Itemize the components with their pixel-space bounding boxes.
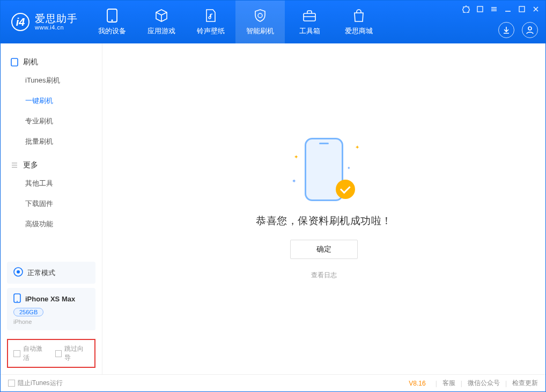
nav-ringtones[interactable]: 铃声壁纸 [186, 1, 235, 43]
sidebar-item-download-firmware[interactable]: 下载固件 [25, 194, 102, 214]
view-log-link[interactable]: 查看日志 [311, 271, 337, 280]
nav-apps[interactable]: 应用游戏 [137, 1, 186, 43]
user-icon[interactable] [522, 22, 538, 38]
phone-icon [105, 8, 120, 23]
body: 刷机 iTunes刷机 一键刷机 专业刷机 批量刷机 更多 其他工具 下载固件 … [1, 43, 545, 374]
svg-rect-6 [11, 58, 18, 66]
footer: 阻止iTunes运行 V8.16 | 客服 | 微信公众号 | 检查更新 [1, 374, 545, 391]
version-label: V8.16 [409, 380, 425, 387]
nav-toolbox[interactable]: 工具箱 [285, 1, 334, 43]
checkbox-icon [13, 350, 20, 357]
phone-small-icon [13, 293, 21, 305]
svg-point-8 [17, 270, 20, 273]
footer-links: | 客服 | 微信公众号 | 检查更新 [436, 379, 538, 388]
options-highlight-box: 自动激活 跳过向导 [7, 339, 95, 368]
sidebar-item-itunes-flash[interactable]: iTunes刷机 [25, 70, 102, 91]
nav-my-device[interactable]: 我的设备 [87, 1, 137, 43]
nav-label: 智能刷机 [246, 26, 274, 36]
nav-store[interactable]: 爱思商城 [334, 1, 383, 43]
main-content: ✦ ✦ ✦ ✦ 恭喜您，保资料刷机成功啦！ 确定 查看日志 [102, 43, 545, 374]
device-icon [10, 58, 19, 66]
window-controls [461, 4, 541, 14]
sidebar-item-batch-flash[interactable]: 批量刷机 [25, 131, 102, 152]
checkbox-block-itunes[interactable]: 阻止iTunes运行 [8, 379, 63, 388]
svg-point-1 [112, 20, 113, 21]
header-right-icons [498, 22, 538, 38]
svg-rect-2 [304, 13, 315, 21]
sidebar: 刷机 iTunes刷机 一键刷机 专业刷机 批量刷机 更多 其他工具 下载固件 … [1, 43, 102, 374]
checkbox-auto-activate[interactable]: 自动激活 [13, 344, 48, 363]
nav-label: 应用游戏 [147, 26, 175, 36]
cube-icon [154, 8, 169, 23]
device-card[interactable]: iPhone XS Max 256GB iPhone [7, 288, 95, 330]
checkbox-icon [55, 350, 62, 357]
svg-rect-4 [519, 6, 525, 12]
list-icon [10, 161, 19, 169]
svg-rect-3 [477, 6, 483, 12]
skin-icon[interactable] [475, 4, 485, 14]
footer-link-update[interactable]: 检查更新 [512, 379, 538, 388]
sidebar-section-title: 更多 [23, 160, 38, 170]
nav-label: 工具箱 [299, 26, 320, 36]
file-music-icon [203, 8, 218, 23]
device-type: iPhone [13, 319, 89, 325]
device-status-text: 正常模式 [27, 268, 55, 278]
success-illustration: ✦ ✦ ✦ ✦ [292, 138, 356, 202]
sidebar-item-oneclick-flash[interactable]: 一键刷机 [25, 91, 102, 111]
success-message: 恭喜您，保资料刷机成功啦！ [256, 214, 392, 228]
download-icon[interactable] [498, 22, 514, 38]
app-window: i4 爱思助手 www.i4.cn 我的设备 应用游戏 铃声壁纸 智能刷机 [0, 0, 546, 392]
svg-point-10 [17, 301, 18, 302]
ok-button[interactable]: 确定 [290, 240, 358, 259]
sidebar-head-more: 更多 [1, 157, 102, 173]
sidebar-item-other-tools[interactable]: 其他工具 [25, 173, 102, 194]
svg-point-5 [528, 27, 532, 30]
sidebar-item-pro-flash[interactable]: 专业刷机 [25, 111, 102, 131]
bag-icon [351, 8, 366, 23]
sidebar-section-more: 更多 其他工具 下载固件 高级功能 [1, 157, 102, 234]
sidebar-item-advanced[interactable]: 高级功能 [25, 214, 102, 234]
checkbox-icon [8, 380, 15, 387]
logo-icon: i4 [11, 13, 29, 31]
check-icon [336, 180, 355, 199]
device-name: iPhone XS Max [25, 295, 75, 303]
logo: i4 爱思助手 www.i4.cn [1, 1, 87, 43]
shield-refresh-icon [253, 8, 268, 23]
footer-link-support[interactable]: 客服 [442, 379, 455, 388]
app-domain: www.i4.cn [35, 24, 78, 31]
checkbox-skip-guide[interactable]: 跳过向导 [55, 344, 90, 363]
sidebar-head-flash: 刷机 [1, 54, 102, 70]
nav-label: 爱思商城 [345, 26, 373, 36]
device-storage-badge: 256GB [13, 308, 43, 316]
minimize-icon[interactable] [503, 4, 513, 14]
nav-label: 我的设备 [98, 26, 126, 36]
top-nav: 我的设备 应用游戏 铃声壁纸 智能刷机 工具箱 爱思商城 [87, 1, 383, 43]
app-name: 爱思助手 [35, 13, 78, 25]
status-icon [13, 267, 23, 278]
maximize-icon[interactable] [517, 4, 527, 14]
footer-link-wechat[interactable]: 微信公众号 [468, 379, 500, 388]
device-status-card[interactable]: 正常模式 [7, 262, 95, 284]
toolbox-icon [302, 8, 317, 23]
header: i4 爱思助手 www.i4.cn 我的设备 应用游戏 铃声壁纸 智能刷机 [1, 1, 545, 43]
sidebar-section-flash: 刷机 iTunes刷机 一键刷机 专业刷机 批量刷机 [1, 54, 102, 152]
nav-flash[interactable]: 智能刷机 [235, 1, 285, 43]
theme-icon[interactable] [461, 4, 471, 14]
sidebar-section-title: 刷机 [23, 57, 38, 67]
nav-label: 铃声壁纸 [197, 26, 225, 36]
menu-icon[interactable] [489, 4, 499, 14]
close-icon[interactable] [530, 4, 541, 14]
